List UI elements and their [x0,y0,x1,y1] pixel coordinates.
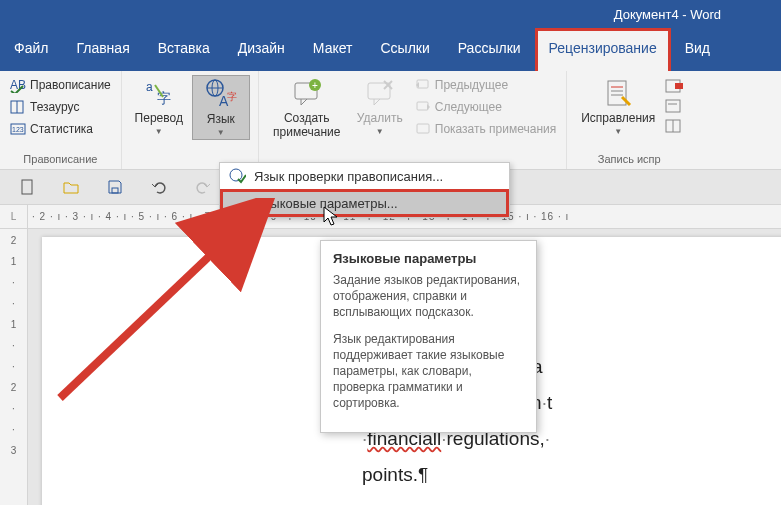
ribbon: ABC Правописание Тезаурус 123 Статистика [0,71,781,170]
tab-insert[interactable]: Вставка [144,28,224,71]
chevron-down-icon: ▼ [155,127,163,136]
svg-rect-25 [666,100,680,112]
vertical-ruler[interactable]: 2 1 · · 1 · · 2 · · 3 [0,229,28,505]
tab-references[interactable]: Ссылки [366,28,443,71]
language-dropdown: Язык проверки правописания... Языковые п… [219,162,510,218]
check-icon: ABC [10,77,26,93]
tooltip-title: Языковые параметры [333,251,524,266]
ribbon-tabs: Файл Главная Вставка Дизайн Макет Ссылки… [0,28,781,71]
translate-icon: a字 [143,77,175,109]
tab-mailings[interactable]: Рассылки [444,28,535,71]
tab-review[interactable]: Рецензирование [535,28,671,71]
svg-rect-19 [608,81,626,105]
tooltip: Языковые параметры Задание языков редакт… [320,240,537,433]
markup-icon[interactable] [665,79,683,93]
globe-check-icon [228,167,246,185]
svg-rect-18 [417,124,429,133]
track-changes-button[interactable]: Исправления ▼ [575,75,661,138]
chevron-down-icon: ▼ [614,127,622,136]
thesaurus-button[interactable]: Тезаурус [8,97,113,117]
comment-next-icon [415,99,431,115]
svg-rect-30 [22,180,32,194]
spelling-button[interactable]: ABC Правописание [8,75,113,95]
show-markup-icon[interactable] [665,99,683,113]
svg-point-29 [230,169,242,181]
next-comment-button[interactable]: Следующее [413,97,559,117]
new-doc-icon[interactable] [18,178,36,196]
tooltip-body-1: Задание языков редактирования, отображен… [333,272,524,321]
chevron-down-icon: ▼ [217,128,225,137]
tab-view[interactable]: Вид [671,28,724,71]
tab-home[interactable]: Главная [62,28,143,71]
language-icon: A字 [205,78,237,110]
svg-text:字: 字 [227,91,237,102]
language-button[interactable]: A字 Язык ▼ [192,75,250,140]
ruler-corner: L [0,205,28,229]
comment-new-icon: + [291,77,323,109]
comment-delete-icon [364,77,396,109]
window-title: Документ4 - Word [614,7,721,22]
undo-icon[interactable] [150,178,168,196]
tab-file[interactable]: Файл [0,28,62,71]
book-icon [10,99,26,115]
save-icon[interactable] [106,178,124,196]
svg-text:+: + [312,80,318,91]
translate-button[interactable]: a字 Перевод ▼ [130,75,188,138]
open-icon[interactable] [62,178,80,196]
svg-text:a: a [146,80,153,94]
svg-text:123: 123 [12,126,24,133]
comment-prev-icon [415,77,431,93]
tooltip-body-2: Язык редактирования поддерживает такие я… [333,331,524,412]
svg-rect-17 [417,102,428,110]
tab-layout[interactable]: Макет [299,28,367,71]
chevron-down-icon: ▼ [376,127,384,136]
svg-rect-31 [112,188,118,193]
redo-icon[interactable] [194,178,212,196]
show-comments-button[interactable]: Показать примечания [413,119,559,139]
comment-show-icon [415,121,431,137]
statistics-button[interactable]: 123 Статистика [8,119,113,139]
group-label-tracking: Запись испр [575,151,683,169]
previous-comment-button[interactable]: Предыдущее [413,75,559,95]
tab-design[interactable]: Дизайн [224,28,299,71]
delete-comment-button[interactable]: Удалить ▼ [351,75,409,138]
svg-rect-24 [675,83,683,89]
new-comment-button[interactable]: + Создать примечание [267,75,347,141]
reviewing-pane-icon[interactable] [665,119,683,133]
group-label-proofing: Правописание [8,151,113,169]
stats-icon: 123 [10,121,26,137]
set-proofing-language-item[interactable]: Язык проверки правописания... [220,163,509,189]
language-preferences-item[interactable]: Языковые параметры... [220,189,509,217]
track-icon [602,77,634,109]
